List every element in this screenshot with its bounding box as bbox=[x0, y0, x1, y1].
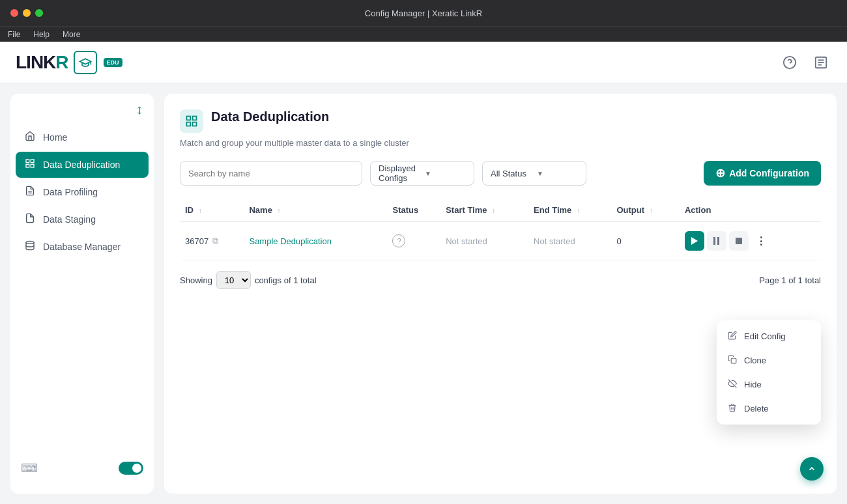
col-name[interactable]: Name ↑ bbox=[244, 199, 387, 222]
keyboard-icon: ⌨ bbox=[21, 461, 38, 475]
menu-more[interactable]: More bbox=[63, 30, 80, 39]
col-end-time[interactable]: End Time ↑ bbox=[528, 199, 611, 222]
svg-rect-6 bbox=[26, 160, 29, 163]
svg-rect-19 bbox=[717, 237, 719, 245]
cell-name: Sample Deduplication bbox=[244, 222, 387, 260]
svg-rect-20 bbox=[736, 238, 742, 244]
sidebar-item-dedup[interactable]: Data Deduplication bbox=[16, 152, 149, 178]
svg-marker-17 bbox=[691, 237, 698, 245]
svg-rect-21 bbox=[731, 358, 736, 363]
sidebar-item-staging[interactable]: Data Staging bbox=[16, 206, 149, 232]
profiling-icon bbox=[23, 186, 36, 199]
document-icon-button[interactable] bbox=[811, 52, 831, 73]
sidebar-item-label-profiling: Data Profiling bbox=[43, 187, 98, 197]
sidebar-bottom: ⌨ bbox=[10, 453, 154, 483]
filter-status-label: All Status bbox=[491, 169, 532, 178]
col-start-time[interactable]: Start Time ↑ bbox=[440, 199, 528, 222]
filter-configs-label: Displayed Configs bbox=[379, 163, 420, 183]
svg-rect-7 bbox=[31, 160, 34, 163]
more-options-button[interactable]: ⋮ bbox=[751, 231, 771, 251]
sidebar-item-dbmanager[interactable]: Database Manager bbox=[16, 234, 149, 260]
sidebar-item-label-dedup: Data Deduplication bbox=[43, 160, 120, 170]
context-menu-clone[interactable]: Clone bbox=[717, 348, 821, 372]
sidebar: ⤢ Home bbox=[10, 94, 154, 494]
chevron-down-icon-2: ▼ bbox=[537, 170, 578, 177]
svg-rect-15 bbox=[187, 122, 191, 126]
staging-icon bbox=[23, 213, 36, 226]
run-button[interactable] bbox=[685, 231, 704, 251]
page-size-select[interactable]: 10 25 50 bbox=[216, 271, 251, 289]
svg-rect-14 bbox=[193, 117, 197, 120]
pause-button[interactable] bbox=[707, 231, 726, 251]
window-title: Config Manager | Xeratic LinkR bbox=[365, 8, 482, 18]
clone-icon bbox=[727, 355, 738, 366]
menu-file[interactable]: File bbox=[8, 30, 20, 39]
page-icon bbox=[180, 109, 203, 133]
titlebar: Config Manager | Xeratic LinkR bbox=[0, 0, 847, 26]
menu-help[interactable]: Help bbox=[33, 30, 50, 39]
stop-button[interactable] bbox=[729, 231, 749, 251]
content-area: Data Deduplication Match and group your … bbox=[164, 94, 837, 494]
copy-id-icon[interactable]: ⧉ bbox=[212, 236, 218, 246]
plus-icon: ⊕ bbox=[715, 166, 725, 180]
col-status[interactable]: Status bbox=[387, 199, 440, 222]
svg-rect-18 bbox=[713, 237, 715, 245]
page-info: Page 1 of 1 total bbox=[759, 275, 821, 285]
scroll-up-button[interactable] bbox=[800, 457, 824, 481]
sidebar-nav: Home Data Deduplication bbox=[10, 124, 154, 453]
header-actions bbox=[779, 52, 831, 73]
col-output[interactable]: Output ↑ bbox=[611, 199, 679, 222]
svg-rect-16 bbox=[193, 122, 197, 126]
config-name-link[interactable]: Sample Deduplication bbox=[249, 236, 331, 246]
cell-end-time: Not started bbox=[528, 222, 611, 260]
cell-id: 36707 ⧉ bbox=[180, 222, 244, 260]
context-menu-hide[interactable]: Hide bbox=[717, 372, 821, 397]
filter-configs-dropdown[interactable]: Displayed Configs ▼ bbox=[370, 161, 474, 186]
context-menu-edit[interactable]: Edit Config bbox=[717, 324, 821, 348]
table-row: 36707 ⧉ Sample Deduplication ? bbox=[180, 222, 821, 260]
start-time-value: Not started bbox=[446, 236, 487, 246]
toolbar: Displayed Configs ▼ All Status ▼ ⊕ Add C… bbox=[180, 161, 821, 186]
svg-rect-8 bbox=[26, 164, 29, 167]
page-title: Data Deduplication bbox=[211, 109, 329, 124]
sidebar-item-label-staging: Data Staging bbox=[43, 214, 96, 225]
showing-info: Showing 10 25 50 configs of 1 total bbox=[180, 271, 317, 289]
menubar: File Help More bbox=[0, 26, 847, 42]
context-menu-edit-label: Edit Config bbox=[744, 331, 786, 341]
showing-prefix: Showing bbox=[180, 275, 212, 285]
data-table: ID ↑ Name ↑ Status Start Time bbox=[180, 199, 821, 260]
maximize-button[interactable] bbox=[35, 9, 43, 17]
output-value: 0 bbox=[616, 236, 621, 246]
table-footer: Showing 10 25 50 configs of 1 total Page… bbox=[180, 271, 821, 289]
dedup-icon bbox=[23, 158, 36, 171]
row-id-value: 36707 bbox=[185, 236, 208, 246]
context-menu-delete[interactable]: Delete bbox=[717, 397, 821, 421]
cell-status: ? bbox=[387, 222, 440, 260]
app-header: LINKR EDU bbox=[0, 42, 847, 83]
chevron-down-icon: ▼ bbox=[425, 170, 466, 177]
filter-status-dropdown[interactable]: All Status ▼ bbox=[482, 161, 586, 186]
sort-id-icon: ↑ bbox=[199, 207, 202, 214]
pin-icon[interactable]: ⤢ bbox=[132, 103, 147, 118]
svg-point-12 bbox=[26, 241, 34, 244]
home-icon bbox=[23, 131, 36, 144]
sidebar-item-label-db: Database Manager bbox=[43, 242, 121, 252]
sort-start-icon: ↑ bbox=[492, 207, 495, 214]
traffic-lights bbox=[10, 9, 43, 17]
help-icon-button[interactable] bbox=[779, 52, 800, 73]
col-id[interactable]: ID ↑ bbox=[180, 199, 244, 222]
minimize-button[interactable] bbox=[23, 9, 31, 17]
logo: LINKR EDU bbox=[16, 51, 122, 74]
cell-start-time: Not started bbox=[440, 222, 528, 260]
sort-name-icon: ↑ bbox=[278, 207, 281, 214]
theme-toggle[interactable] bbox=[119, 462, 143, 475]
search-input[interactable] bbox=[180, 161, 362, 186]
sidebar-item-home[interactable]: Home bbox=[16, 124, 149, 150]
cell-output: 0 bbox=[611, 222, 679, 260]
context-menu-clone-label: Clone bbox=[744, 356, 766, 365]
showing-suffix: configs of 1 total bbox=[255, 275, 317, 285]
close-button[interactable] bbox=[10, 9, 18, 17]
add-configuration-button[interactable]: ⊕ Add Configuration bbox=[704, 161, 821, 186]
sidebar-item-profiling[interactable]: Data Profiling bbox=[16, 179, 149, 205]
page-subtitle: Match and group your multiple master dat… bbox=[180, 138, 821, 148]
